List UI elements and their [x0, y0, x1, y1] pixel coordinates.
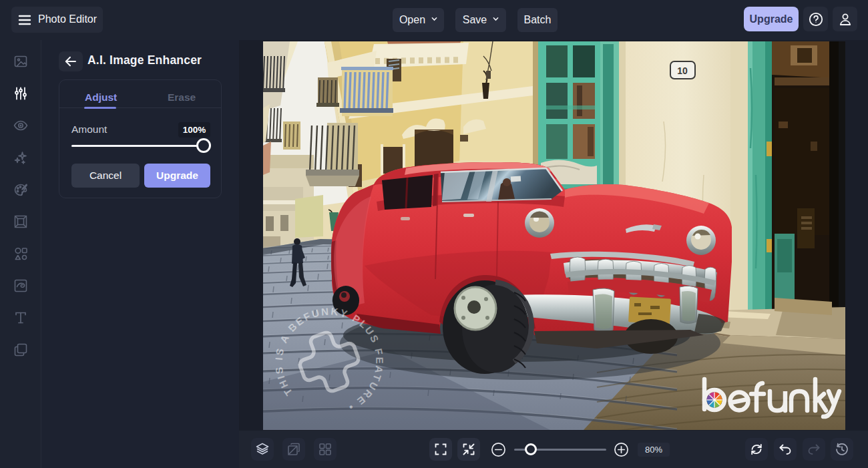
- svg-text:10: 10: [677, 65, 688, 76]
